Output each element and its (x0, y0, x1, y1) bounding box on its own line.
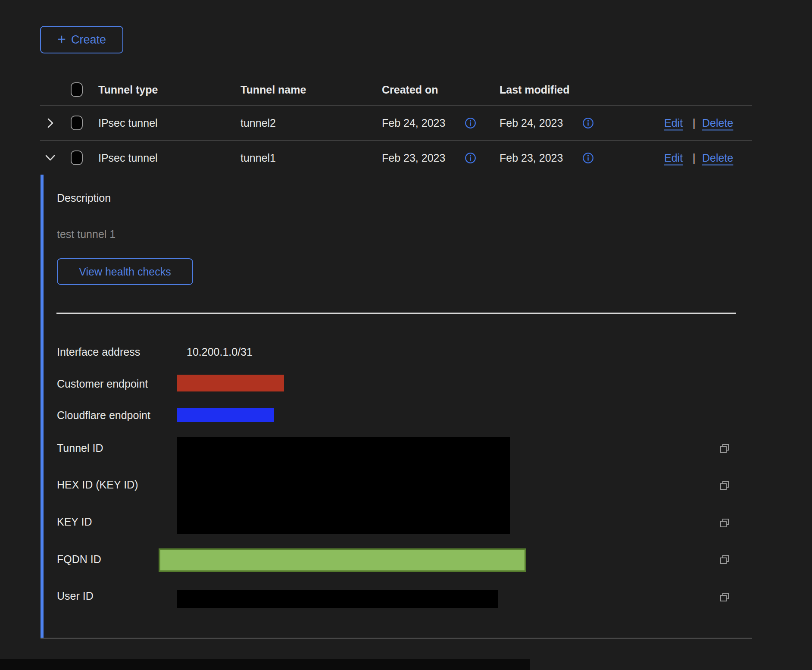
expanded-panel-accent-border (41, 175, 44, 639)
chevron-down-icon[interactable] (44, 153, 56, 163)
delete-link[interactable]: Delete (702, 152, 733, 164)
view-health-checks-button[interactable]: View health checks (57, 258, 193, 285)
header-divider (40, 105, 752, 106)
delete-link[interactable]: Delete (702, 117, 733, 129)
select-all-checkbox[interactable] (71, 82, 83, 97)
edit-link[interactable]: Edit (664, 117, 683, 129)
create-button[interactable]: + Create (40, 26, 123, 53)
ids-redacted-values (177, 437, 510, 534)
column-header-last-modified: Last modified (500, 84, 570, 96)
tunnel-type-cell: IPsec tunnel (98, 117, 158, 129)
interface-address-value: 10.200.1.0/31 (187, 346, 253, 358)
tunnel-type-cell: IPsec tunnel (98, 152, 158, 164)
chevron-right-icon[interactable] (46, 117, 55, 129)
info-icon[interactable] (582, 152, 594, 164)
fqdn-id-label: FQDN ID (57, 553, 101, 566)
info-icon[interactable] (465, 117, 476, 129)
copy-icon[interactable] (719, 554, 730, 565)
create-button-label: Create (71, 33, 106, 47)
edit-link[interactable]: Edit (664, 152, 683, 164)
cloudflare-endpoint-redacted-value (177, 408, 274, 422)
column-header-tunnel-name: Tunnel name (240, 84, 306, 96)
action-separator: | (693, 152, 696, 164)
panel-divider (56, 313, 736, 314)
description-label: Description (57, 192, 111, 204)
row-checkbox[interactable] (71, 150, 83, 165)
row-checkbox[interactable] (71, 116, 83, 130)
last-modified-cell: Feb 24, 2023 (500, 117, 563, 129)
last-modified-cell: Feb 23, 2023 (500, 152, 563, 164)
fqdn-id-redacted-value (159, 548, 526, 572)
created-on-cell: Feb 24, 2023 (382, 117, 445, 129)
column-header-created-on: Created on (382, 84, 438, 96)
plus-icon: + (57, 31, 66, 46)
created-on-cell: Feb 23, 2023 (382, 152, 445, 164)
customer-endpoint-redacted-value (177, 375, 284, 391)
tunnel-name-cell: tunnel2 (240, 117, 276, 129)
view-health-checks-label: View health checks (79, 266, 171, 278)
key-id-label: KEY ID (57, 516, 92, 528)
action-separator: | (693, 117, 696, 129)
user-id-label: User ID (57, 590, 94, 602)
bottom-bar (0, 659, 530, 670)
customer-endpoint-label: Customer endpoint (57, 378, 148, 390)
copy-icon[interactable] (719, 592, 730, 603)
tunnel-name-cell: tunnel1 (240, 152, 276, 164)
column-header-tunnel-type: Tunnel type (98, 84, 158, 96)
copy-icon[interactable] (719, 480, 730, 491)
copy-icon[interactable] (719, 443, 730, 454)
row-divider (40, 140, 752, 141)
cloudflare-endpoint-label: Cloudflare endpoint (57, 409, 150, 422)
hex-id-label: HEX ID (KEY ID) (57, 479, 138, 491)
table-bottom-divider (41, 638, 752, 639)
description-text: test tunnel 1 (57, 228, 116, 241)
tunnels-page: + Create Tunnel type Tunnel name Created… (0, 0, 812, 670)
tunnel-id-label: Tunnel ID (57, 442, 103, 454)
info-icon[interactable] (465, 152, 476, 164)
copy-icon[interactable] (719, 517, 730, 529)
interface-address-label: Interface address (57, 346, 140, 358)
user-id-redacted-value (177, 590, 498, 608)
info-icon[interactable] (582, 117, 594, 129)
